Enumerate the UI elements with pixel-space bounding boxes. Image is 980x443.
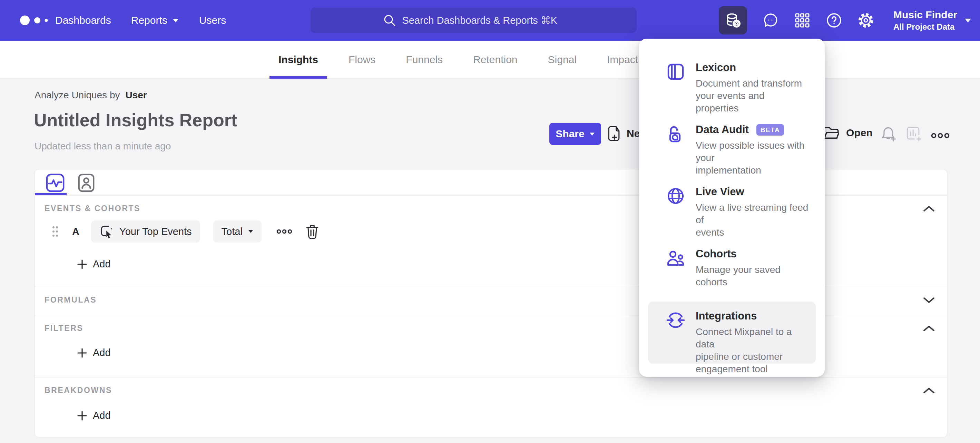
section-breakdowns: BREAKDOWNS Add (35, 377, 947, 437)
analyze-entity-selector[interactable]: User (125, 90, 146, 101)
messages-glyph (762, 12, 779, 29)
mixpanel-dots-logo[interactable] (19, 0, 52, 41)
tab-flows[interactable]: Flows (344, 41, 380, 79)
nav-item-dashboards[interactable]: Dashboards (55, 14, 111, 26)
add-event-label: Add (93, 259, 111, 270)
lexicon-icon (666, 62, 685, 81)
menu-item-data-audit-text: Data Audit BETA View possible issues wit… (696, 124, 809, 177)
active-view-underline (35, 193, 67, 195)
menu-item-live-view[interactable]: Live View View a live streaming feed of … (648, 177, 816, 240)
menu-item-integrations[interactable]: Integrations Connect Mixpanel to a data … (648, 302, 816, 364)
apps-grid-icon[interactable] (794, 12, 811, 29)
events-collapse-chevron-icon[interactable] (921, 202, 937, 216)
event-row-letter: A (72, 226, 80, 237)
tab-impact-label: Impact (607, 54, 638, 65)
metrics-view-glyph (45, 172, 66, 194)
profile-analysis-glyph (76, 172, 97, 194)
data-management-dropdown: Lexicon Document and transform your even… (639, 39, 825, 377)
breakdowns-collapse-chevron-icon[interactable] (921, 384, 937, 397)
open-report-label: Open (846, 127, 873, 139)
tab-funnels[interactable]: Funnels (402, 41, 447, 79)
project-name: Music Finder (893, 9, 957, 21)
global-search[interactable] (310, 8, 636, 33)
menu-item-data-audit-desc: View possible issues with your implement… (696, 140, 809, 177)
drag-handle-icon[interactable] (52, 225, 58, 238)
menu-item-lexicon[interactable]: Lexicon Document and transform your even… (648, 53, 816, 115)
mixpanel-dots-logo-glyph (19, 13, 52, 27)
menu-item-integrations-title: Integrations (696, 310, 757, 322)
add-event-button[interactable]: Add (77, 259, 111, 270)
profile-analysis-icon[interactable] (75, 172, 97, 194)
menu-item-integrations-desc: Connect Mixpanel to a data pipeline or c… (696, 326, 809, 375)
menu-item-live-view-title: Live View (696, 186, 744, 198)
tab-insights[interactable]: Insights (274, 41, 322, 79)
mixpanel-insights-screen: Dashboards Reports Users (0, 0, 980, 443)
analyze-label: Analyze Uniques by (35, 90, 120, 101)
plus-icon (77, 259, 87, 270)
formulas-label: FORMULAS (45, 295, 97, 305)
messages-icon[interactable] (762, 12, 779, 29)
report-title[interactable]: Untitled Insights Report (34, 110, 237, 130)
filters-collapse-chevron-icon[interactable] (921, 322, 937, 335)
nav-item-users-label: Users (199, 14, 226, 26)
caret-down-icon (964, 18, 972, 23)
data-management-glyph (723, 11, 743, 30)
search-input[interactable] (402, 15, 565, 26)
more-options-icon[interactable] (930, 132, 950, 140)
analyze-uniques-row: Analyze Uniques by User (35, 90, 147, 101)
nav-item-users[interactable]: Users (199, 14, 226, 26)
alert-bell-plus-glyph (879, 125, 897, 143)
menu-item-lexicon-text: Lexicon Document and transform your even… (696, 62, 809, 115)
menu-item-lexicon-desc: Document and transform your events and p… (696, 77, 809, 114)
breakdowns-label: BREAKDOWNS (45, 386, 112, 395)
aggregation-selector-label: Total (221, 226, 243, 237)
add-filter-button[interactable]: Add (77, 347, 111, 359)
data-management-icon[interactable] (719, 6, 747, 35)
menu-item-cohorts[interactable]: Cohorts Manage your saved cohorts (648, 240, 816, 302)
caret-down-icon (248, 230, 253, 233)
metrics-view-icon[interactable] (44, 172, 66, 194)
events-cohorts-label: EVENTS & COHORTS (45, 204, 140, 213)
alert-bell-plus-icon[interactable] (879, 125, 897, 143)
aggregation-selector-button[interactable]: Total (213, 221, 262, 243)
report-type-tabbar: Insights Flows Funnels Retention Signal … (0, 41, 980, 79)
menu-item-live-view-text: Live View View a live streaming feed of … (696, 186, 809, 240)
menu-item-cohorts-text: Cohorts Manage your saved cohorts (696, 248, 809, 302)
settings-icon[interactable] (858, 12, 874, 29)
event-row-delete-icon[interactable] (305, 224, 320, 240)
apps-grid-glyph (794, 13, 810, 28)
data-audit-icon (666, 124, 685, 143)
tab-signal[interactable]: Signal (544, 41, 581, 79)
live-view-icon (666, 186, 685, 206)
report-updated-status: Updated less than a minute ago (35, 141, 171, 152)
project-selector[interactable]: Music Finder All Project Data (893, 9, 972, 32)
menu-item-cohorts-desc: Manage your saved cohorts (696, 264, 809, 289)
tab-signal-label: Signal (548, 54, 577, 65)
open-report-button[interactable]: Open (822, 125, 873, 141)
help-icon[interactable] (826, 12, 842, 29)
menu-item-data-audit[interactable]: Data Audit BETA View possible issues wit… (648, 115, 816, 177)
tab-funnels-label: Funnels (406, 54, 443, 65)
event-click-icon (99, 224, 114, 239)
formulas-expand-chevron-icon[interactable] (921, 293, 937, 307)
add-breakdown-button[interactable]: Add (77, 410, 111, 421)
tab-retention[interactable]: Retention (469, 41, 522, 79)
tab-insights-label: Insights (278, 54, 318, 65)
menu-item-cohorts-title: Cohorts (696, 248, 737, 260)
share-button[interactable]: Share (549, 123, 601, 145)
add-to-dashboard-icon[interactable] (905, 125, 923, 143)
tab-flows-label: Flows (348, 54, 375, 65)
event-row-a: A Your Top Events Total (52, 221, 320, 243)
nav-item-reports-label: Reports (131, 14, 167, 26)
menu-item-live-view-desc: View a live streaming feed of events (696, 202, 809, 239)
event-selector-button[interactable]: Your Top Events (91, 221, 200, 243)
add-to-dashboard-glyph (905, 125, 923, 143)
caret-down-icon (172, 18, 179, 23)
event-row-more-icon[interactable] (276, 229, 293, 235)
more-options-glyph (930, 132, 950, 140)
tab-impact[interactable]: Impact (603, 41, 642, 79)
nav-item-reports[interactable]: Reports (131, 14, 179, 26)
plus-icon (77, 348, 87, 358)
add-filter-label: Add (93, 347, 111, 359)
plus-icon (77, 411, 87, 421)
